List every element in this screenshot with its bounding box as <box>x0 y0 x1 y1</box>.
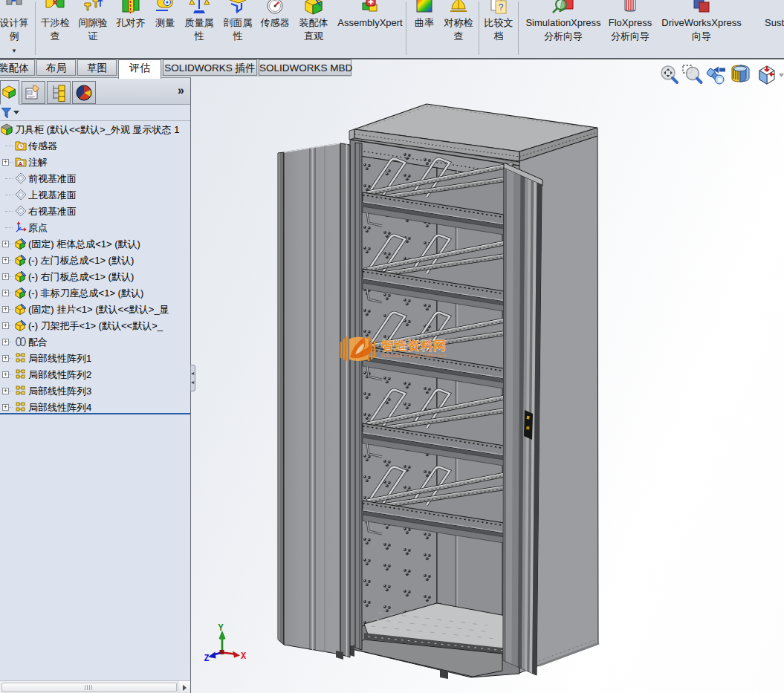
svg-text:X: X <box>241 651 247 662</box>
svg-text:?: ? <box>499 2 504 13</box>
svg-text:Z: Z <box>204 654 210 664</box>
svg-text:A: A <box>19 160 23 167</box>
svg-text:智造资料网: 智造资料网 <box>380 339 447 353</box>
svg-text:INTELLIGENT MANUFACTURING DATA: INTELLIGENT MANUFACTURING DATA <box>381 354 447 358</box>
svg-text:Y: Y <box>218 623 224 634</box>
